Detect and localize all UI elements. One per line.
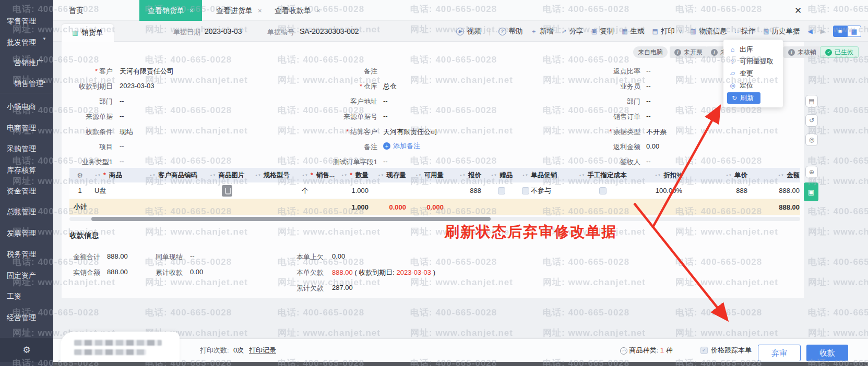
print-button[interactable]: ▤打印∨ [652, 27, 683, 36]
watermark-text: 电话: 400-665-0028网址: www.chanjet.net [808, 307, 868, 339]
header-sales-unit[interactable]: ▲▼*销售... [298, 171, 335, 180]
receive-payment-button[interactable]: 收款 [806, 345, 848, 361]
field-value-test-field1: -- [383, 157, 388, 165]
header-promo[interactable]: ▲▼单品促销 [518, 171, 573, 180]
table-horizontal-scrollbar[interactable] [69, 217, 800, 221]
print-log-link[interactable]: 打印记录 [249, 346, 276, 355]
sidebar-item-marketing[interactable]: 营销推广 [0, 52, 53, 73]
sidebar-item-fixed-assets[interactable]: 固定资产 [0, 265, 53, 286]
price-track-option: ✓ 价格跟踪本单 [700, 346, 752, 355]
header-amount[interactable]: ▲▼金额 [752, 171, 800, 180]
menu-item-refresh[interactable]: ↻刷新 [727, 92, 760, 104]
payment-cumulative-label: 累计欠款 [296, 284, 324, 293]
menu-item-available-extract[interactable]: ⇧可用量提取 [723, 55, 783, 67]
help-button[interactable]: ?帮助 [498, 27, 523, 36]
close-icon[interactable]: × [189, 7, 194, 15]
attachment-icon[interactable]: ⊕ [805, 166, 818, 178]
header-discount[interactable]: ▲▼折扣% [633, 171, 686, 180]
header-spec[interactable]: ▲▼规格型号 [251, 171, 298, 180]
history-button[interactable]: ▧历史单据 [763, 27, 800, 36]
header-available[interactable]: ▲▼可用量 [410, 171, 448, 180]
card-view-toggle[interactable]: ▦ [847, 26, 861, 37]
sidebar-item-ecom-mgmt[interactable]: 电商管理 [0, 117, 53, 138]
product-image-thumbnail[interactable] [222, 185, 232, 197]
next-doc-arrow[interactable]: ▶ [821, 28, 825, 35]
copy-button[interactable]: ▣复制 [591, 27, 614, 36]
price-track-checkbox[interactable]: ✓ [700, 347, 708, 354]
close-icon[interactable]: × [316, 7, 320, 15]
header-gift[interactable]: ▲▼赠品 [485, 171, 518, 180]
manual-cost-checkbox[interactable] [599, 187, 607, 194]
field-value-source-doc: -- [120, 112, 124, 120]
sidebar-item-inventory[interactable]: 库存核算 [0, 160, 53, 180]
watermark-text: 电话: 400-665-0028网址: www.chanjet.net [675, 307, 778, 339]
sidebar-item-invoice[interactable]: 发票管理 [0, 223, 53, 243]
doc-no-value: SA-20230303-002 [300, 27, 359, 35]
field-value-due-date: 2023-03-03 [120, 82, 154, 90]
sidebar-item-sales-mgmt[interactable]: 销售管理 [0, 73, 53, 94]
tab-home[interactable]: 首页 [57, 0, 95, 21]
generate-button[interactable]: ▦生成 [622, 27, 644, 36]
menu-item-locate[interactable]: ◎定位 [723, 79, 783, 91]
sidebar-group-retail[interactable]: 零售管理 ▼ [0, 10, 53, 31]
field-label-signee: 签收人 [557, 157, 640, 167]
logistics-button[interactable]: ▥物流信息 [690, 27, 727, 36]
operate-button[interactable]: ∷操作 [735, 27, 756, 36]
add-remark-link[interactable]: +添加备注 [383, 141, 420, 151]
header-qty[interactable]: ▲▼*数量 [335, 171, 373, 180]
gear-icon[interactable]: ⚙ [22, 345, 30, 356]
field-label-test-field1: 测试订单字段1 [294, 157, 377, 167]
header-price[interactable]: ▲▼单价 [686, 171, 752, 180]
alert-icon: ! [788, 49, 795, 56]
header-product[interactable]: ▲▼*商品 [90, 171, 145, 180]
list-view-toggle[interactable]: ≡ [833, 26, 847, 37]
payment-actual-value: 888.00 [107, 268, 128, 276]
tab-view-receipt[interactable]: 查看收款单× [266, 0, 329, 21]
header-customer-code[interactable]: ▲▼客户商品编码 [145, 171, 204, 180]
chevron-down-icon: ∨ [679, 29, 682, 34]
share-button[interactable]: ↗分享 [562, 27, 584, 36]
sidebar-item-funds[interactable]: 资金管理 [0, 180, 53, 201]
prev-doc-arrow[interactable]: ◀ [808, 28, 813, 35]
column-settings-gear-icon[interactable]: ⚙ [69, 172, 90, 179]
cell-amount: 888.00 [752, 187, 800, 194]
header-quote[interactable]: ▲▼报价 [448, 171, 485, 180]
sidebar-item-operations[interactable]: 经营管理 [0, 307, 53, 328]
sidebar-item-purchase-mgmt[interactable]: 采购管理 [0, 138, 53, 159]
sidebar-group-wholesale[interactable]: 批发管理 ▲ [0, 32, 53, 53]
sidebar-item-ledger[interactable]: 总账管理 [0, 201, 53, 222]
payment-same-cash-value: -- [190, 252, 195, 260]
table-row[interactable]: 1 U盘 个 1.000 888 不参与 100.00% 888 888.00 [69, 182, 800, 199]
menu-item-outbound[interactable]: ⌂出库 [723, 43, 783, 55]
sidebar-item-tax[interactable]: 税务管理 [0, 243, 53, 264]
help-icon: ? [498, 28, 506, 35]
sidebar-footer: ⚙ [0, 338, 53, 362]
abandon-approval-button[interactable]: 弃审 [758, 345, 801, 361]
coupon-icon[interactable]: ◎ [805, 133, 818, 146]
tab-view-sales-order[interactable]: 查看销货单× [139, 0, 202, 21]
field-label-settle-customer: *结算客户 [294, 127, 377, 137]
tab-view-purchase-order[interactable]: 查看进货单× [208, 0, 270, 21]
field-label-department1: 部门 [50, 97, 113, 106]
window-close-icon[interactable]: ✕ [794, 5, 802, 16]
add-button[interactable]: ＋新增 [531, 27, 554, 36]
scrollbar-thumb[interactable] [91, 217, 491, 221]
header-stock[interactable]: ▲▼现存量 [373, 171, 410, 180]
generate-icon: ▦ [622, 28, 627, 35]
document-panel-icon[interactable]: ▤ [805, 95, 818, 107]
close-icon[interactable]: × [258, 7, 262, 15]
video-button[interactable]: ▶视频 [456, 27, 481, 36]
promo-checkbox[interactable] [522, 187, 529, 194]
operate-icon: ∷ [735, 28, 739, 35]
quick-chat-icon[interactable]: ▣ [804, 182, 818, 201]
header-product-image[interactable]: ▲▼商品图片 [204, 171, 251, 180]
gift-checkbox[interactable] [498, 187, 505, 194]
history-circle-icon[interactable]: ↺ [805, 114, 818, 127]
field-label-department2: 部门 [557, 97, 640, 106]
sidebar-item-payroll[interactable]: 工资 [0, 286, 53, 307]
sidebar-item-xiaochang-ecom[interactable]: 小畅电商 [0, 96, 53, 117]
header-manual-cost[interactable]: ▲▼手工指定成本 [573, 171, 633, 180]
logistics-icon: ▥ [690, 28, 696, 35]
doc-tab-sales-order[interactable]: ▥ 销货单 [62, 24, 114, 42]
menu-item-change[interactable]: ▱变更 [723, 67, 783, 79]
